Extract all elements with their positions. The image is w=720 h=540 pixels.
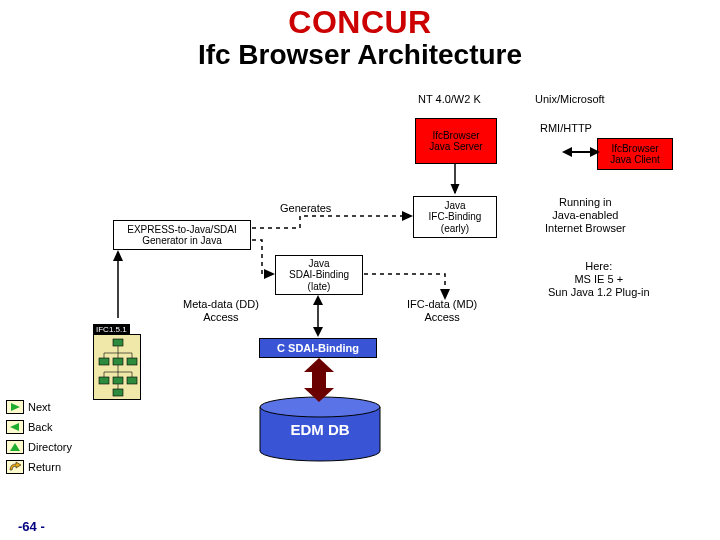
c-sdai-binding-box: C SDAI-Binding [259,338,377,358]
express-generator-label: EXPRESS-to-Java/SDAI Generator in Java [127,224,236,247]
label-ifc-access: IFC-data (MD) Access [407,298,477,323]
svg-rect-6 [99,358,109,365]
ifc-schema-icon [93,334,141,400]
edm-db-cylinder: EDM DB [255,395,385,463]
svg-rect-15 [113,377,123,384]
svg-rect-0 [113,339,123,346]
java-sdai-binding-box: Java SDAI-Binding (late) [275,255,363,295]
svg-rect-7 [113,358,123,365]
ifc-version-chip: IFC1.5.1 [93,324,130,335]
brand-title: CONCUR [0,4,720,41]
schema-tree-icon [94,335,142,401]
nav-return[interactable]: Return [6,460,61,474]
double-arrow-icon [562,147,600,157]
svg-rect-36 [312,368,326,392]
ifcbrowser-java-client-label: IfcBrowser Java Client [610,143,659,166]
label-meta-access: Meta-data (DD) Access [183,298,259,323]
svg-marker-25 [562,147,572,157]
svg-rect-8 [127,358,137,365]
java-ifc-binding-label: Java IFC-Binding (early) [429,200,482,235]
svg-marker-29 [264,269,275,279]
nav-back[interactable]: Back [6,420,52,434]
svg-marker-34 [313,295,323,305]
java-sdai-binding-label: Java SDAI-Binding (late) [289,258,349,293]
c-sdai-binding-label: C SDAI-Binding [277,342,359,355]
dashed-sdai-right-connector [364,274,445,294]
svg-marker-35 [313,327,323,337]
nav-return-label: Return [28,461,61,473]
edm-db-label: EDM DB [290,421,349,438]
main-title: Ifc Browser Architecture [0,39,720,71]
ifcbrowser-java-server-box: IfcBrowser Java Server [415,118,497,164]
label-generates: Generates [280,202,331,215]
svg-rect-45 [7,461,24,474]
dashed-sdai-connector [252,240,270,274]
ifcbrowser-java-client-box: IfcBrowser Java Client [597,138,673,170]
here-note: Here: MS IE 5 + Sun Java 1.2 Plug-in [548,260,650,300]
running-note: Running in Java-enabled Internet Browser [545,196,626,236]
nav-directory-label: Directory [28,441,72,453]
express-generator-box: EXPRESS-to-Java/SDAI Generator in Java [113,220,251,250]
svg-point-23 [260,397,380,417]
svg-marker-37 [304,358,334,372]
java-ifc-binding-box: Java IFC-Binding (early) [413,196,497,238]
nav-next-label: Next [28,401,51,413]
nav-next[interactable]: Next [6,400,51,414]
svg-marker-32 [113,250,123,261]
slide-number: -64 - [18,519,45,534]
label-nt: NT 4.0/W2 K [418,93,481,106]
svg-rect-18 [113,389,123,396]
ifcbrowser-java-server-label: IfcBrowser Java Server [429,130,482,153]
label-unix: Unix/Microsoft [535,93,605,106]
directory-icon [6,440,24,454]
svg-rect-16 [127,377,137,384]
label-rmi: RMI/HTTP [540,122,592,135]
next-icon [6,400,24,414]
back-icon [6,420,24,434]
return-icon [6,460,24,474]
nav-back-label: Back [28,421,52,433]
svg-marker-28 [402,211,413,221]
nav-directory[interactable]: Directory [6,440,72,454]
sdai-csdai-double-arrow [313,295,323,337]
dashed-generates-connector [252,216,408,228]
svg-rect-14 [99,377,109,384]
